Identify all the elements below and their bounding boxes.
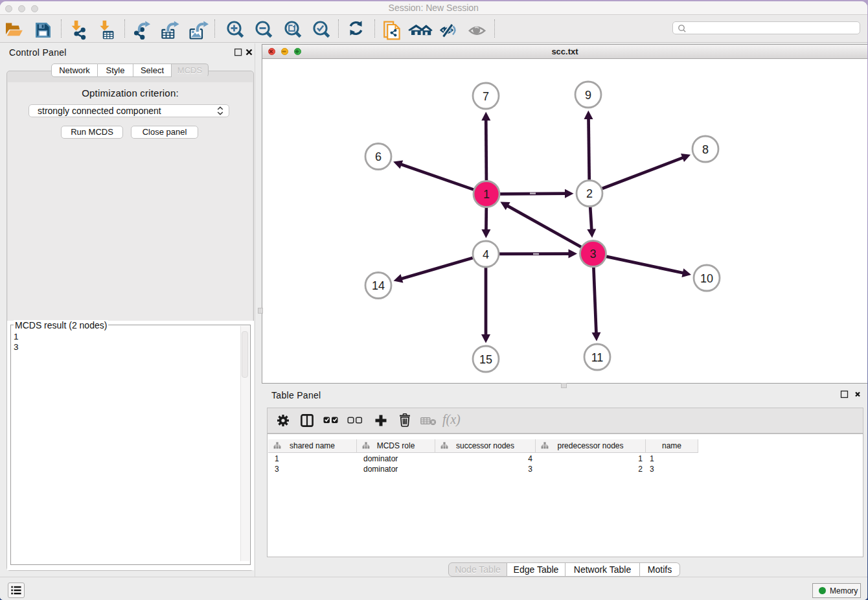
svg-text:7: 7 (483, 90, 489, 103)
svg-text:2: 2 (586, 187, 593, 200)
svg-text:11: 11 (591, 351, 604, 364)
svg-text:14: 14 (372, 279, 385, 292)
svg-text:1: 1 (483, 188, 490, 201)
svg-text:3: 3 (589, 248, 596, 260)
svg-text:10: 10 (700, 272, 713, 285)
svg-text:4: 4 (483, 248, 489, 261)
svg-text:8: 8 (702, 143, 709, 156)
svg-text:6: 6 (375, 150, 382, 163)
svg-text:15: 15 (479, 353, 492, 366)
svg-text:9: 9 (585, 89, 591, 102)
